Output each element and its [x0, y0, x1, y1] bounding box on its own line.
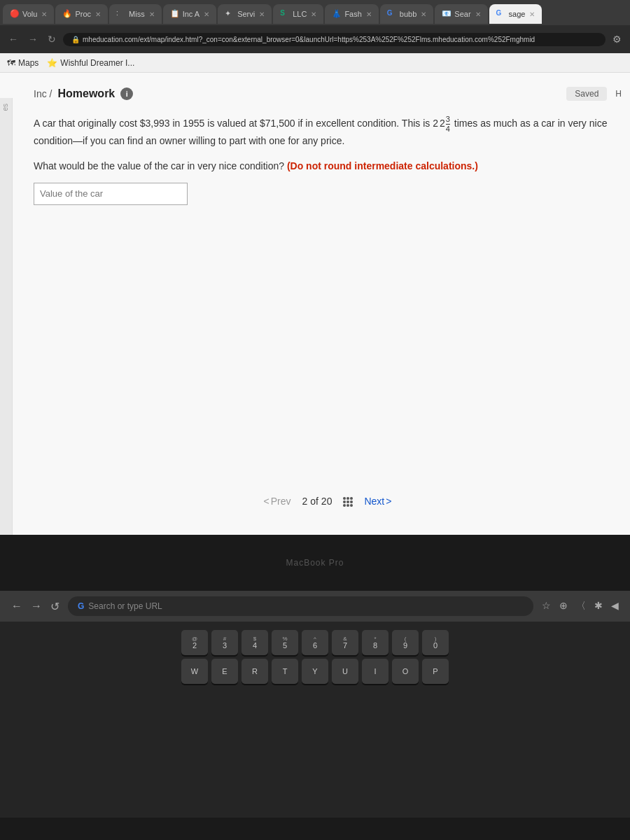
- main-content-area: es Inc / Homework i Saved H A car that o…: [0, 73, 630, 535]
- bookmark-maps-label: Maps: [18, 58, 38, 68]
- key-e[interactable]: E: [211, 659, 238, 684]
- chrome-search-text: Search or type URL: [88, 601, 162, 611]
- key-8[interactable]: * 8: [362, 630, 388, 655]
- key-3[interactable]: # 3: [211, 630, 238, 655]
- tab-close-proc[interactable]: ✕: [95, 10, 101, 18]
- refresh-button[interactable]: ↻: [45, 32, 59, 46]
- sidebar-label: es: [0, 98, 10, 117]
- macbook-label: MacBook Pro: [286, 558, 344, 568]
- breadcrumb-prefix: Inc /: [34, 88, 52, 99]
- tab-favicon-servi: ✦: [225, 9, 234, 19]
- chrome-extensions-button[interactable]: 〈: [576, 600, 586, 612]
- next-button[interactable]: Next >: [364, 496, 391, 507]
- chrome-search-bar[interactable]: G Search or type URL: [68, 596, 533, 616]
- grid-dots-icon[interactable]: [343, 496, 353, 507]
- tab-close-llc[interactable]: ✕: [311, 10, 316, 18]
- key-i[interactable]: I: [362, 659, 388, 684]
- address-bar[interactable]: 🔒 mheducation.com/ext/map/index.html?_co…: [63, 33, 606, 46]
- key-o[interactable]: O: [392, 659, 419, 684]
- key-7[interactable]: & 7: [332, 630, 358, 655]
- key-r-label: R: [252, 668, 258, 676]
- chrome-add-button[interactable]: ⊕: [559, 600, 568, 612]
- key-2[interactable]: @ 2: [181, 630, 208, 655]
- tab-favicon-volu: 🔴: [10, 9, 20, 19]
- tab-close-servi[interactable]: ✕: [259, 10, 265, 18]
- key-3-bottom: 3: [223, 642, 227, 650]
- tab-close-volu[interactable]: ✕: [41, 10, 47, 18]
- left-sidebar: es: [0, 98, 13, 535]
- tab-close-fash[interactable]: ✕: [366, 10, 372, 18]
- pagination-info: 2 of 20: [302, 496, 332, 507]
- fraction-numerator: 3: [446, 115, 450, 125]
- chrome-media-button[interactable]: ◀: [611, 600, 619, 612]
- chrome-refresh-button[interactable]: ↺: [50, 600, 59, 613]
- tab-llc[interactable]: S LLC ✕: [273, 4, 323, 24]
- question-text: A car that originally cost $3,993 in 195…: [34, 115, 622, 149]
- key-2-bottom: 2: [192, 642, 197, 650]
- key-5-bottom: 5: [283, 642, 287, 650]
- input-group: [34, 183, 622, 205]
- instruction-text: What would be the value of the car in ve…: [34, 160, 284, 172]
- value-input[interactable]: [40, 188, 181, 199]
- forward-button[interactable]: →: [25, 32, 41, 46]
- key-5[interactable]: % 5: [272, 630, 298, 655]
- tab-fash[interactable]: 👗 Fash ✕: [325, 4, 378, 24]
- chrome-forward-button[interactable]: →: [31, 600, 42, 612]
- google-g-icon: G: [78, 601, 84, 611]
- key-r[interactable]: R: [241, 659, 268, 684]
- back-button[interactable]: ←: [6, 32, 21, 46]
- tab-label-llc: LLC: [293, 10, 307, 18]
- tab-proc[interactable]: 🔥 Proc ✕: [55, 4, 108, 24]
- tab-favicon-fash: 👗: [332, 9, 342, 19]
- tab-favicon-bubb: G: [387, 9, 397, 19]
- lock-icon: 🔒: [71, 36, 80, 43]
- info-icon[interactable]: i: [120, 88, 133, 100]
- tab-sage[interactable]: G sage ✕: [489, 4, 542, 24]
- tab-volu[interactable]: 🔴 Volu ✕: [3, 4, 54, 24]
- key-p[interactable]: P: [422, 659, 449, 684]
- tab-close-bubb[interactable]: ✕: [421, 10, 426, 18]
- key-9-bottom: 9: [403, 642, 407, 650]
- bookmarks-bar: 🗺 Maps ⭐ Wishful Dreamer I...: [0, 53, 630, 73]
- prev-label: Prev: [271, 496, 291, 507]
- current-page: 2: [302, 496, 308, 507]
- chrome-bottom-bar: ← → ↺ G Search or type URL ☆ ⊕ 〈 ✱ ◀: [0, 591, 630, 622]
- key-t-label: T: [283, 668, 288, 676]
- key-t[interactable]: T: [272, 659, 298, 684]
- next-label: Next: [364, 496, 384, 507]
- key-9[interactable]: ( 9: [392, 630, 419, 655]
- prev-button[interactable]: < Prev: [264, 496, 291, 507]
- tab-close-sear[interactable]: ✕: [475, 10, 481, 18]
- key-0[interactable]: ) 0: [422, 630, 449, 655]
- key-y[interactable]: Y: [302, 659, 328, 684]
- tab-close-miss[interactable]: ✕: [149, 10, 155, 18]
- chrome-settings-button[interactable]: ✱: [594, 600, 603, 612]
- tab-bar: 🔴 Volu ✕ 🔥 Proc ✕ : Miss ✕ 📋 Inc A ✕ ✦ S…: [0, 0, 630, 25]
- page-header: Inc / Homework i Saved H: [34, 87, 622, 101]
- tab-sear[interactable]: 📧 Sear ✕: [435, 4, 487, 24]
- key-y-label: Y: [312, 668, 317, 676]
- key-7-bottom: 7: [343, 642, 347, 650]
- key-o-label: O: [402, 668, 409, 676]
- of-label: of: [310, 496, 318, 507]
- chrome-star-button[interactable]: ☆: [542, 600, 551, 612]
- tab-label-sage: sage: [509, 10, 526, 18]
- bookmark-wishful[interactable]: ⭐ Wishful Dreamer I...: [47, 58, 134, 68]
- tab-inca[interactable]: 📋 Inc A ✕: [163, 4, 216, 24]
- hide-button[interactable]: H: [615, 89, 622, 99]
- tab-bubb[interactable]: G bubb ✕: [380, 4, 433, 24]
- bookmark-wishful-label: Wishful Dreamer I...: [60, 58, 134, 68]
- key-u[interactable]: U: [332, 659, 358, 684]
- tab-close-inca[interactable]: ✕: [204, 10, 209, 18]
- chrome-back-button[interactable]: ←: [11, 600, 22, 612]
- browser-chrome: 🔴 Volu ✕ 🔥 Proc ✕ : Miss ✕ 📋 Inc A ✕ ✦ S…: [0, 0, 630, 73]
- bookmark-maps[interactable]: 🗺 Maps: [7, 58, 38, 68]
- tab-close-sage[interactable]: ✕: [529, 10, 535, 18]
- tab-servi[interactable]: ✦ Servi ✕: [218, 4, 272, 24]
- extensions-button[interactable]: ⚙: [610, 32, 624, 46]
- key-4[interactable]: $ 4: [241, 630, 268, 655]
- key-w[interactable]: W: [181, 659, 208, 684]
- value-input-wrapper[interactable]: [34, 183, 188, 205]
- key-6[interactable]: ^ 6: [302, 630, 328, 655]
- tab-miss[interactable]: : Miss ✕: [109, 4, 162, 24]
